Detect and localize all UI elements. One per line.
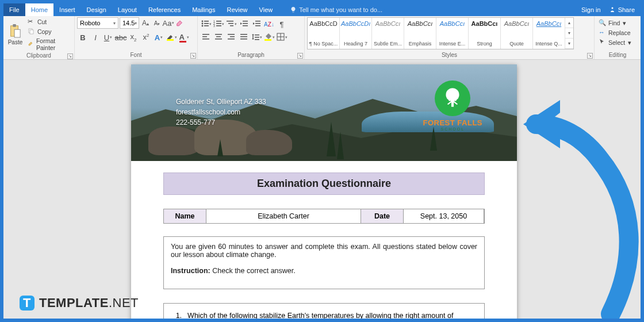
font-color-icon: A — [179, 33, 186, 43]
group-editing: 🔍Find▾ ↔Replace Select▾ Editing — [595, 16, 641, 59]
style-item[interactable]: AaBbCcıStrong — [469, 18, 501, 49]
align-right-button[interactable] — [225, 32, 237, 43]
sort-button[interactable]: AZ↓ — [263, 18, 275, 30]
svg-rect-20 — [228, 23, 233, 24]
show-marks-button[interactable]: ¶ — [276, 18, 288, 30]
copy-button[interactable]: Copy — [26, 27, 72, 36]
instruction-text: Check the correct answer. — [212, 267, 296, 275]
signin-link[interactable]: Sign in — [581, 6, 601, 13]
change-case-icon: Aa — [163, 19, 172, 28]
question-box: 1. Which of the following stabilize Eart… — [163, 303, 485, 319]
style-item[interactable]: AaBbCcD¶ No Spac... — [308, 18, 340, 49]
svg-rect-35 — [230, 36, 235, 37]
tab-mailings[interactable]: Mailings — [186, 3, 221, 16]
italic-button[interactable]: I — [90, 32, 101, 43]
tab-view[interactable]: View — [254, 3, 279, 16]
style-item[interactable]: AaBbCcıQuote — [501, 18, 533, 49]
replace-button[interactable]: ↔Replace — [597, 28, 633, 37]
tab-insert[interactable]: Insert — [53, 3, 81, 16]
shrink-font-button[interactable]: A▾ — [152, 17, 162, 29]
svg-rect-26 — [255, 23, 260, 24]
numbering-button[interactable]: 123▾ — [213, 18, 224, 30]
group-label-paragraph: Paragraph — [237, 52, 264, 58]
multilevel-icon — [226, 20, 234, 29]
paste-button[interactable]: Paste — [6, 17, 25, 52]
tab-review[interactable]: Review — [221, 3, 254, 16]
shrink-font-icon: A▾ — [154, 20, 160, 26]
bullets-button[interactable]: ▾ — [200, 18, 212, 30]
subscript-button[interactable]: x2 — [128, 32, 139, 43]
clear-formatting-button[interactable] — [175, 17, 185, 29]
tab-references[interactable]: References — [143, 3, 186, 16]
titlebar-right: Sign in Share — [581, 6, 641, 13]
align-center-button[interactable] — [213, 32, 224, 43]
format-painter-button[interactable]: Format Painter — [26, 37, 72, 52]
tab-file[interactable]: File — [3, 3, 25, 16]
svg-rect-33 — [215, 39, 222, 40]
lightbulb-icon — [290, 6, 297, 13]
svg-rect-41 — [255, 34, 259, 36]
brand-name: FOREST FALLS — [423, 118, 483, 127]
style-item[interactable]: AaBbCcıIntense Q... — [533, 18, 565, 49]
style-item[interactable]: AaBbCcıIntense E... — [436, 18, 469, 49]
share-button[interactable]: Share — [609, 6, 635, 13]
line-spacing-button[interactable]: ▾ — [251, 32, 262, 43]
superscript-button[interactable]: x2 — [140, 32, 152, 43]
school-address: Goldener St, Ollieport AZ 333 forestfall… — [176, 97, 266, 128]
align-left-button[interactable] — [200, 32, 212, 43]
share-label: Share — [618, 6, 635, 13]
align-center-icon — [214, 33, 223, 43]
document-area[interactable]: Goldener St, Ollieport AZ 333 forestfall… — [3, 60, 641, 319]
cut-button[interactable]: ✂Cut — [26, 17, 72, 26]
intro-text: You are given 60 minutes to answer and c… — [171, 243, 477, 259]
borders-button[interactable]: ▾ — [276, 32, 288, 43]
bullets-icon — [201, 20, 209, 29]
tab-design[interactable]: Design — [81, 3, 112, 16]
text-effects-icon: A — [155, 33, 160, 42]
date-label: Date — [361, 209, 404, 223]
increase-indent-button[interactable] — [251, 18, 262, 30]
ribbon: Paste ✂Cut Copy Format Painter Clipboard… — [3, 16, 641, 60]
titlebar: File Home Insert Design Layout Reference… — [3, 3, 641, 16]
multilevel-button[interactable]: ▾ — [225, 18, 237, 30]
select-button[interactable]: Select▾ — [597, 38, 633, 47]
copy-icon — [28, 28, 36, 36]
font-color-button[interactable]: A▾ — [178, 32, 190, 43]
svg-rect-28 — [202, 34, 209, 35]
clipboard-launcher[interactable]: ↘ — [67, 53, 73, 59]
style-item[interactable]: AaBbCcıSubtle Em... — [372, 18, 404, 49]
replace-icon: ↔ — [599, 29, 607, 37]
template-logo-icon: T — [20, 296, 34, 310]
shading-button[interactable]: ▾ — [263, 32, 275, 43]
font-launcher[interactable]: ↘ — [190, 53, 196, 59]
bold-button[interactable]: B — [77, 32, 89, 43]
find-button[interactable]: 🔍Find▾ — [597, 18, 633, 28]
styles-launcher[interactable]: ↘ — [587, 53, 593, 59]
tab-layout[interactable]: Layout — [112, 3, 143, 16]
highlight-button[interactable]: ▾ — [166, 32, 177, 43]
svg-rect-34 — [228, 34, 235, 35]
style-item[interactable]: AaBbCcDıHeading 7 — [340, 18, 372, 49]
grow-font-button[interactable]: A▴ — [140, 17, 151, 29]
svg-rect-23 — [243, 23, 248, 24]
change-case-button[interactable]: Aa▾ — [163, 17, 174, 29]
paste-icon — [8, 24, 22, 38]
svg-rect-19 — [227, 21, 233, 22]
group-paragraph: ▾ 123▾ ▾ AZ↓ ¶ ▾ ▾ ▾ Paragraph↘ — [198, 16, 305, 59]
justify-button[interactable] — [238, 32, 250, 43]
paragraph-launcher[interactable]: ↘ — [297, 53, 303, 59]
styles-gallery[interactable]: AaBbCcD¶ No Spac...AaBbCcDıHeading 7AaBb… — [307, 17, 574, 49]
styles-scroll[interactable]: ▴▾▾ — [565, 18, 573, 49]
decrease-indent-button[interactable] — [238, 18, 250, 30]
font-name-select[interactable]: Roboto▾ — [77, 17, 118, 29]
svg-rect-32 — [216, 36, 221, 37]
style-item[interactable]: AaBbCcıEmphasis — [404, 18, 436, 49]
q1-number: 1. — [172, 312, 182, 319]
tell-me-search[interactable]: Tell me what you want to do... — [290, 6, 382, 13]
tab-home[interactable]: Home — [25, 3, 53, 16]
svg-rect-25 — [255, 21, 260, 22]
font-size-select[interactable]: 14.5▾ — [120, 17, 139, 29]
underline-button[interactable]: U▾ — [102, 32, 114, 43]
text-effects-button[interactable]: A▾ — [153, 32, 164, 43]
strikethrough-button[interactable]: abc — [115, 32, 126, 43]
